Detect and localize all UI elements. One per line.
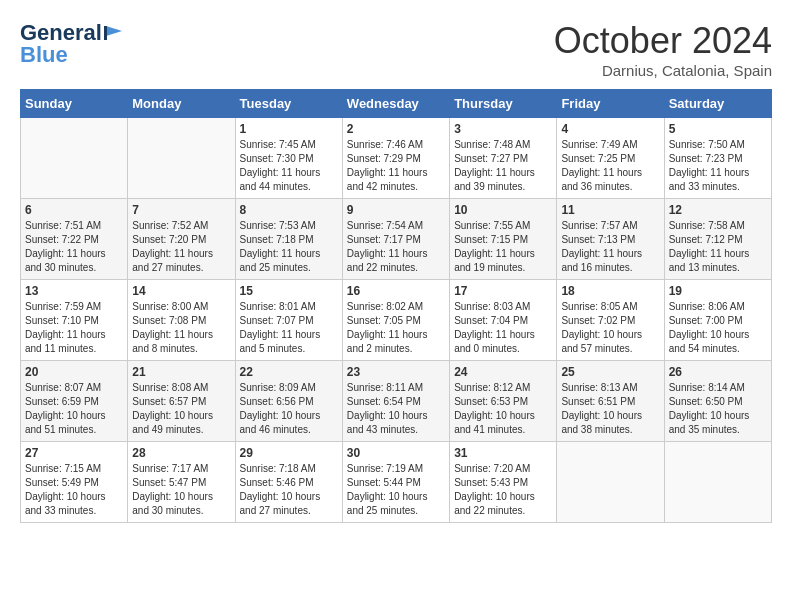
calendar-cell [128, 118, 235, 199]
daylight-hours: Daylight: 10 hours and 35 minutes. [669, 409, 767, 437]
sunrise-time: Sunrise: 8:01 AM [240, 300, 338, 314]
calendar-cell: 25Sunrise: 8:13 AMSunset: 6:51 PMDayligh… [557, 361, 664, 442]
day-number: 19 [669, 284, 767, 298]
calendar-cell: 14Sunrise: 8:00 AMSunset: 7:08 PMDayligh… [128, 280, 235, 361]
day-info: Sunrise: 8:11 AMSunset: 6:54 PMDaylight:… [347, 381, 445, 437]
daylight-hours: Daylight: 11 hours and 13 minutes. [669, 247, 767, 275]
daylight-hours: Daylight: 11 hours and 0 minutes. [454, 328, 552, 356]
header-day-friday: Friday [557, 90, 664, 118]
day-info: Sunrise: 8:05 AMSunset: 7:02 PMDaylight:… [561, 300, 659, 356]
calendar-cell: 29Sunrise: 7:18 AMSunset: 5:46 PMDayligh… [235, 442, 342, 523]
sunrise-time: Sunrise: 8:11 AM [347, 381, 445, 395]
sunrise-time: Sunrise: 7:18 AM [240, 462, 338, 476]
calendar-cell: 18Sunrise: 8:05 AMSunset: 7:02 PMDayligh… [557, 280, 664, 361]
day-number: 30 [347, 446, 445, 460]
day-info: Sunrise: 7:50 AMSunset: 7:23 PMDaylight:… [669, 138, 767, 194]
sunset-time: Sunset: 7:05 PM [347, 314, 445, 328]
day-number: 21 [132, 365, 230, 379]
daylight-hours: Daylight: 11 hours and 8 minutes. [132, 328, 230, 356]
sunset-time: Sunset: 7:25 PM [561, 152, 659, 166]
day-number: 11 [561, 203, 659, 217]
sunset-time: Sunset: 5:46 PM [240, 476, 338, 490]
header-day-thursday: Thursday [450, 90, 557, 118]
daylight-hours: Daylight: 11 hours and 33 minutes. [669, 166, 767, 194]
header-day-wednesday: Wednesday [342, 90, 449, 118]
sunset-time: Sunset: 7:29 PM [347, 152, 445, 166]
day-info: Sunrise: 8:08 AMSunset: 6:57 PMDaylight:… [132, 381, 230, 437]
calendar-cell: 24Sunrise: 8:12 AMSunset: 6:53 PMDayligh… [450, 361, 557, 442]
calendar-cell: 4Sunrise: 7:49 AMSunset: 7:25 PMDaylight… [557, 118, 664, 199]
sunset-time: Sunset: 5:44 PM [347, 476, 445, 490]
day-info: Sunrise: 7:57 AMSunset: 7:13 PMDaylight:… [561, 219, 659, 275]
day-info: Sunrise: 7:18 AMSunset: 5:46 PMDaylight:… [240, 462, 338, 518]
logo: General Blue [20, 20, 122, 68]
day-info: Sunrise: 7:49 AMSunset: 7:25 PMDaylight:… [561, 138, 659, 194]
day-number: 15 [240, 284, 338, 298]
logo-flag-icon [104, 26, 122, 40]
day-number: 31 [454, 446, 552, 460]
week-row-4: 20Sunrise: 8:07 AMSunset: 6:59 PMDayligh… [21, 361, 772, 442]
day-info: Sunrise: 7:52 AMSunset: 7:20 PMDaylight:… [132, 219, 230, 275]
sunset-time: Sunset: 7:13 PM [561, 233, 659, 247]
calendar-cell: 30Sunrise: 7:19 AMSunset: 5:44 PMDayligh… [342, 442, 449, 523]
sunrise-time: Sunrise: 7:49 AM [561, 138, 659, 152]
calendar-cell [557, 442, 664, 523]
sunset-time: Sunset: 7:12 PM [669, 233, 767, 247]
sunset-time: Sunset: 6:51 PM [561, 395, 659, 409]
calendar-cell: 27Sunrise: 7:15 AMSunset: 5:49 PMDayligh… [21, 442, 128, 523]
sunset-time: Sunset: 6:54 PM [347, 395, 445, 409]
calendar-cell: 21Sunrise: 8:08 AMSunset: 6:57 PMDayligh… [128, 361, 235, 442]
header-day-saturday: Saturday [664, 90, 771, 118]
day-info: Sunrise: 7:54 AMSunset: 7:17 PMDaylight:… [347, 219, 445, 275]
day-number: 1 [240, 122, 338, 136]
daylight-hours: Daylight: 11 hours and 2 minutes. [347, 328, 445, 356]
calendar-cell: 5Sunrise: 7:50 AMSunset: 7:23 PMDaylight… [664, 118, 771, 199]
sunset-time: Sunset: 7:18 PM [240, 233, 338, 247]
day-info: Sunrise: 8:14 AMSunset: 6:50 PMDaylight:… [669, 381, 767, 437]
sunrise-time: Sunrise: 7:58 AM [669, 219, 767, 233]
day-number: 3 [454, 122, 552, 136]
calendar-cell: 17Sunrise: 8:03 AMSunset: 7:04 PMDayligh… [450, 280, 557, 361]
day-info: Sunrise: 7:45 AMSunset: 7:30 PMDaylight:… [240, 138, 338, 194]
header-day-monday: Monday [128, 90, 235, 118]
sunrise-time: Sunrise: 7:19 AM [347, 462, 445, 476]
calendar-cell: 13Sunrise: 7:59 AMSunset: 7:10 PMDayligh… [21, 280, 128, 361]
sunset-time: Sunset: 5:47 PM [132, 476, 230, 490]
sunrise-time: Sunrise: 7:15 AM [25, 462, 123, 476]
daylight-hours: Daylight: 11 hours and 16 minutes. [561, 247, 659, 275]
day-number: 16 [347, 284, 445, 298]
calendar-cell: 6Sunrise: 7:51 AMSunset: 7:22 PMDaylight… [21, 199, 128, 280]
sunrise-time: Sunrise: 7:45 AM [240, 138, 338, 152]
calendar-cell: 20Sunrise: 8:07 AMSunset: 6:59 PMDayligh… [21, 361, 128, 442]
day-info: Sunrise: 7:48 AMSunset: 7:27 PMDaylight:… [454, 138, 552, 194]
daylight-hours: Daylight: 10 hours and 46 minutes. [240, 409, 338, 437]
calendar-cell: 19Sunrise: 8:06 AMSunset: 7:00 PMDayligh… [664, 280, 771, 361]
day-number: 23 [347, 365, 445, 379]
day-number: 20 [25, 365, 123, 379]
calendar-cell: 12Sunrise: 7:58 AMSunset: 7:12 PMDayligh… [664, 199, 771, 280]
day-number: 5 [669, 122, 767, 136]
sunrise-time: Sunrise: 8:03 AM [454, 300, 552, 314]
daylight-hours: Daylight: 10 hours and 49 minutes. [132, 409, 230, 437]
sunrise-time: Sunrise: 7:20 AM [454, 462, 552, 476]
day-info: Sunrise: 8:07 AMSunset: 6:59 PMDaylight:… [25, 381, 123, 437]
sunrise-time: Sunrise: 8:02 AM [347, 300, 445, 314]
day-number: 22 [240, 365, 338, 379]
logo-blue: Blue [20, 42, 68, 68]
svg-marker-0 [106, 26, 122, 36]
day-number: 28 [132, 446, 230, 460]
day-info: Sunrise: 8:13 AMSunset: 6:51 PMDaylight:… [561, 381, 659, 437]
calendar-cell [664, 442, 771, 523]
daylight-hours: Daylight: 10 hours and 54 minutes. [669, 328, 767, 356]
week-row-5: 27Sunrise: 7:15 AMSunset: 5:49 PMDayligh… [21, 442, 772, 523]
week-row-3: 13Sunrise: 7:59 AMSunset: 7:10 PMDayligh… [21, 280, 772, 361]
sunrise-time: Sunrise: 7:17 AM [132, 462, 230, 476]
sunrise-time: Sunrise: 8:14 AM [669, 381, 767, 395]
day-number: 2 [347, 122, 445, 136]
page-header: General Blue October 2024 Darnius, Catal… [20, 20, 772, 79]
calendar-cell [21, 118, 128, 199]
sunrise-time: Sunrise: 7:48 AM [454, 138, 552, 152]
daylight-hours: Daylight: 11 hours and 22 minutes. [347, 247, 445, 275]
sunset-time: Sunset: 7:22 PM [25, 233, 123, 247]
sunrise-time: Sunrise: 7:54 AM [347, 219, 445, 233]
